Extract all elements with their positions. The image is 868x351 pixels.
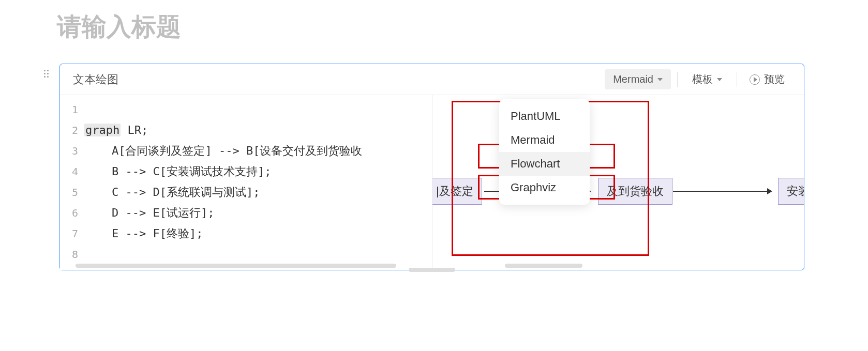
pane-splitter[interactable] (409, 268, 455, 270)
line-gutter: 1 2 3 4 5 6 7 8 (60, 95, 78, 270)
engine-label: Mermaid (613, 73, 653, 85)
dropdown-item-mermaid[interactable]: Mermaid (499, 128, 590, 152)
dropdown-item-plantuml[interactable]: PlantUML (499, 104, 590, 128)
dropdown-item-graphviz[interactable]: Graphviz (499, 176, 590, 200)
chevron-down-icon (717, 78, 722, 81)
chevron-down-icon (657, 78, 663, 81)
block-type-label: 文本绘图 (73, 72, 118, 87)
preview-pane: |及签定 及到货验收 安装 (432, 95, 804, 270)
block-toolbar: 文本绘图 Mermaid 模板 预览 (60, 64, 804, 95)
page-title[interactable]: 请输入标题 (57, 10, 181, 43)
code-pane[interactable]: 1 2 3 4 5 6 7 8 graph LR; A[合同谈判及签定] -->… (60, 95, 432, 270)
template-dropdown[interactable]: 模板 (684, 68, 730, 90)
engine-dropdown-menu: PlantUML Mermaid Flowchart Graphviz (499, 99, 590, 205)
code-scrollbar[interactable] (76, 264, 396, 268)
toolbar-divider (677, 72, 678, 87)
engine-dropdown[interactable]: Mermaid (605, 69, 671, 89)
code-editor[interactable]: graph LR; A[合同谈判及签定] --> B[设备交付及到货验收 B -… (78, 95, 432, 270)
flow-arrow-icon (673, 191, 771, 192)
template-label: 模板 (692, 72, 713, 86)
preview-button[interactable]: 预览 (743, 68, 791, 90)
preview-label: 预览 (764, 72, 785, 86)
preview-scrollbar[interactable] (505, 264, 582, 268)
flow-node: |及签定 (432, 178, 482, 205)
text-drawing-block: 文本绘图 Mermaid 模板 预览 1 2 3 4 (59, 64, 804, 270)
flow-node: 安装 (778, 178, 804, 205)
editor-body: 1 2 3 4 5 6 7 8 graph LR; A[合同谈判及签定] -->… (60, 95, 804, 270)
toolbar-divider (737, 72, 737, 87)
play-icon (750, 74, 760, 85)
drag-handle-icon[interactable] (44, 70, 52, 78)
flow-node: 及到货验收 (598, 178, 672, 205)
dropdown-item-flowchart[interactable]: Flowchart (499, 152, 590, 176)
